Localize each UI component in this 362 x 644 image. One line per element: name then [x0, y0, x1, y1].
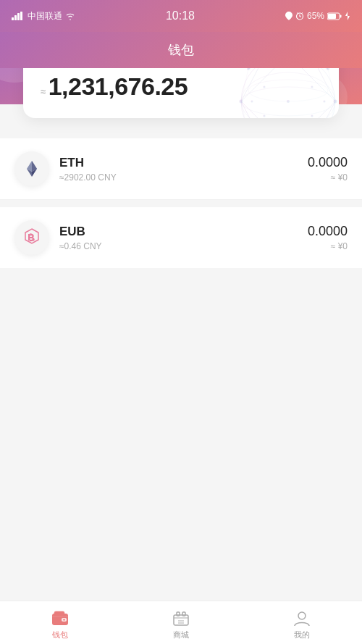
svg-line-31 — [241, 68, 264, 101]
eth-info: ETH ≈2902.00 CNY — [59, 156, 308, 183]
wallet-amount-value: 1,231,676.25 — [49, 72, 188, 100]
eub-amount: 0.0000 — [308, 224, 348, 239]
nav-market[interactable]: 商城 — [121, 606, 242, 640]
eub-symbol: EUB — [59, 225, 308, 239]
svg-marker-69 — [32, 161, 37, 172]
charge-icon — [345, 12, 350, 20]
svg-point-65 — [324, 101, 326, 103]
svg-rect-79 — [182, 612, 185, 616]
status-bar: 中国联通 10:18 65% — [0, 0, 362, 32]
nav-wallet-label: 钱包 — [52, 630, 68, 640]
asset-list: ETH ≈2902.00 CNY 0.0000 ≈ ¥0 B — [0, 138, 362, 268]
svg-line-32 — [312, 68, 335, 101]
approx-symbol: ≈ — [41, 86, 46, 97]
svg-rect-12 — [340, 14, 341, 17]
svg-point-50 — [247, 68, 250, 70]
eth-price: ≈2902.00 CNY — [59, 172, 308, 183]
svg-rect-76 — [54, 611, 64, 615]
location-icon — [285, 12, 292, 20]
svg-point-51 — [327, 68, 329, 70]
status-right: 65% — [285, 11, 350, 21]
svg-rect-77 — [174, 615, 188, 625]
main-content: 总资产 (CNY) ≈1,231,676.25 ETH ≈2902.00 CNY — [0, 68, 362, 601]
profile-icon — [293, 611, 311, 627]
status-left: 中国联通 — [12, 10, 75, 22]
wallet-nav-icon — [51, 610, 69, 627]
wallet-icon — [51, 611, 69, 627]
eub-price: ≈0.46 CNY — [59, 241, 308, 251]
svg-rect-1 — [14, 15, 17, 20]
nav-profile-label: 我的 — [294, 630, 310, 640]
svg-line-8 — [297, 13, 298, 14]
svg-point-62 — [264, 115, 266, 117]
svg-rect-0 — [12, 17, 14, 20]
eth-icon-container — [14, 151, 49, 186]
eth-balance: 0.0000 ≈ ¥0 — [308, 155, 348, 183]
svg-rect-11 — [328, 14, 336, 19]
wallet-card[interactable]: 总资产 (CNY) ≈1,231,676.25 — [23, 68, 339, 118]
svg-point-59 — [287, 100, 290, 103]
svg-line-34 — [312, 101, 335, 118]
svg-rect-78 — [177, 612, 180, 616]
svg-rect-3 — [20, 12, 22, 20]
dome-decoration — [230, 68, 339, 118]
eub-info: EUB ≈0.46 CNY — [59, 225, 308, 251]
svg-point-4 — [287, 14, 290, 17]
eth-amount: 0.0000 — [308, 155, 348, 170]
market-icon — [172, 611, 190, 627]
eub-cny: ≈ ¥0 — [308, 241, 348, 251]
eub-icon-container: B — [14, 220, 49, 255]
svg-line-33 — [241, 101, 264, 118]
eub-balance: 0.0000 ≈ ¥0 — [308, 224, 348, 251]
profile-nav-icon — [293, 610, 311, 627]
eth-cny: ≈ ¥0 — [308, 172, 348, 183]
alarm-icon — [295, 12, 304, 20]
svg-point-61 — [311, 86, 313, 88]
nav-wallet[interactable]: 钱包 — [0, 606, 121, 640]
status-time: 10:18 — [166, 9, 195, 22]
asset-item-eth[interactable]: ETH ≈2902.00 CNY 0.0000 ≈ ¥0 — [0, 138, 362, 200]
svg-point-75 — [64, 619, 65, 620]
carrier-label: 中国联通 — [28, 10, 62, 22]
svg-point-82 — [298, 612, 306, 619]
battery-icon — [327, 12, 342, 20]
bottom-nav: 钱包 商城 我的 — [0, 601, 362, 644]
battery-percent: 65% — [307, 11, 324, 21]
page-header: 钱包 — [0, 32, 362, 68]
nav-market-label: 商城 — [173, 630, 189, 640]
page-title: 钱包 — [168, 41, 194, 59]
svg-point-64 — [251, 101, 253, 103]
eth-symbol: ETH — [59, 156, 308, 170]
eub-icon: B — [22, 228, 41, 247]
svg-point-63 — [311, 115, 313, 117]
asset-item-eub[interactable]: B EUB ≈0.46 CNY 0.0000 ≈ ¥0 — [0, 207, 362, 268]
signal-icon — [12, 12, 25, 20]
svg-line-9 — [301, 13, 303, 14]
svg-rect-72 — [28, 234, 30, 241]
eth-icon — [22, 159, 41, 178]
wifi-icon — [65, 12, 75, 20]
svg-rect-2 — [17, 13, 20, 20]
market-nav-icon — [172, 610, 190, 627]
nav-profile[interactable]: 我的 — [241, 606, 362, 640]
section-separator — [0, 200, 362, 207]
svg-point-60 — [264, 86, 266, 88]
svg-point-53 — [334, 100, 337, 104]
svg-point-52 — [240, 100, 243, 104]
